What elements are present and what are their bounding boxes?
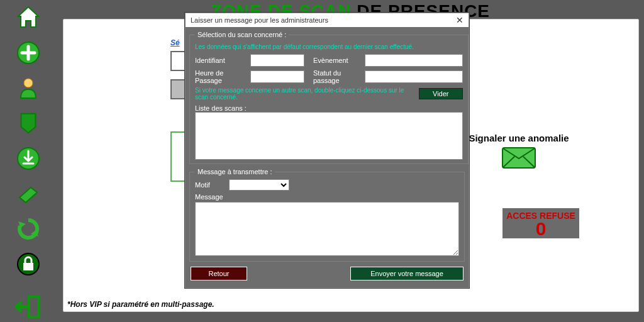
exit-icon[interactable] [14, 293, 42, 321]
motif-label: Motif [195, 181, 226, 189]
anomaly-label: Signaler une anomalie [469, 133, 569, 143]
scan-selection-fieldset: Sélection du scan concerné : Les données… [189, 31, 469, 164]
svg-rect-4 [23, 263, 33, 270]
scan-selection-legend: Sélection du scan concerné : [195, 31, 289, 38]
event-label: Evènement [313, 57, 362, 64]
send-button[interactable]: Envoyer votre message [350, 267, 464, 280]
plus-icon[interactable] [14, 39, 42, 67]
book-icon[interactable] [14, 180, 42, 208]
message-fieldset: Message à transmettre : Motif Message [189, 168, 465, 262]
vider-button[interactable]: Vider [419, 88, 463, 99]
user-icon[interactable] [14, 74, 42, 102]
footnote: *Hors VIP si paramétré en multi-passage. [67, 300, 214, 309]
modal-footer: Retour Envoyer votre message [186, 265, 469, 284]
message-textarea[interactable] [195, 202, 459, 256]
refuse-value: 0 [506, 221, 575, 237]
ident-label: Identifiant [195, 57, 248, 64]
modal-title: Laisser un message pour les administrate… [191, 16, 328, 24]
lock-icon[interactable] [14, 250, 42, 278]
signal-anomaly[interactable]: Signaler une anomalie [456, 133, 582, 169]
message-modal: Laisser un message pour les administrate… [185, 13, 469, 288]
heure-input[interactable] [250, 70, 304, 83]
message-legend: Message à transmettre : [195, 168, 275, 175]
download-icon[interactable] [14, 145, 42, 172]
heure-label: Heure de Passage [195, 69, 248, 84]
sidebar [0, 0, 57, 322]
scan-list[interactable] [195, 112, 463, 160]
event-input[interactable] [365, 54, 463, 67]
home-icon[interactable] [14, 4, 42, 31]
refresh-icon[interactable] [14, 215, 42, 243]
hint-other-scan: Si votre message concerne un autre scan,… [195, 87, 419, 101]
retour-button[interactable]: Retour [191, 267, 247, 280]
ident-input[interactable] [250, 54, 304, 67]
svg-point-1 [24, 79, 33, 87]
liste-label: Liste des scans : [195, 104, 463, 112]
flag-icon[interactable] [14, 109, 42, 137]
statut-label: Statut du passage [313, 69, 362, 84]
envelope-icon [502, 147, 536, 169]
access-refused-box: ACCES REFUSE 0 [502, 208, 579, 238]
message-label: Message [195, 193, 459, 201]
statut-input[interactable] [365, 70, 463, 83]
hint-default-scan: Les données qui s'affichent par défaut c… [195, 43, 463, 50]
motif-select[interactable] [229, 179, 289, 191]
modal-titlebar: Laisser un message pour les administrate… [186, 13, 469, 27]
close-icon[interactable]: ✕ [451, 13, 469, 27]
truncated-label: Sé [170, 38, 180, 47]
